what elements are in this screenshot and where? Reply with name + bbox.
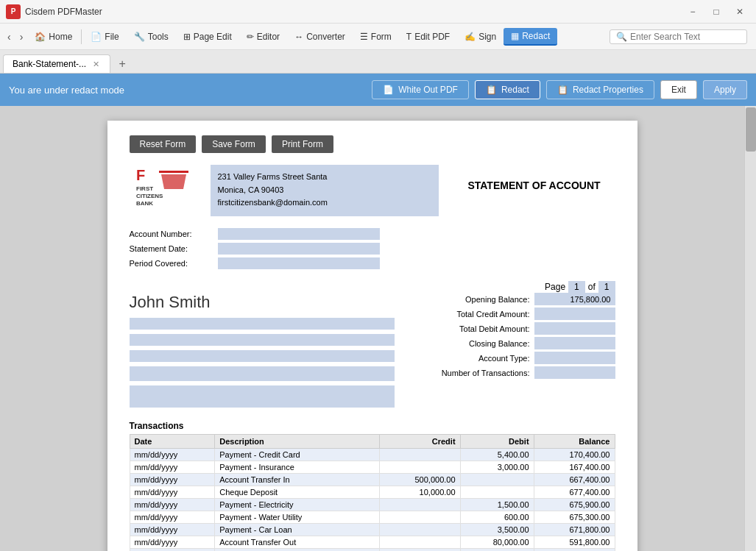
cell-desc: Cheque Deposit bbox=[215, 486, 379, 499]
account-type-value[interactable] bbox=[534, 352, 615, 364]
title-bar: P Cisdem PDFMaster − □ ✕ bbox=[0, 0, 756, 24]
account-number-input[interactable] bbox=[218, 228, 380, 240]
cell-balance: 671,800.00 bbox=[534, 524, 615, 536]
menu-page-edit[interactable]: ⊞ Page Edit bbox=[176, 29, 239, 45]
back-button[interactable]: ‹ bbox=[3, 28, 15, 46]
redact-field-1[interactable] bbox=[130, 318, 395, 330]
total-pages: 1 bbox=[598, 281, 615, 293]
num-transactions-row: Number of Transactions: bbox=[409, 366, 615, 379]
redact-field-2[interactable] bbox=[130, 334, 395, 346]
svg-marker-5 bbox=[159, 171, 188, 173]
cell-balance: 677,400.00 bbox=[534, 486, 615, 499]
table-row: mm/dd/yyyyPayment - Car Loan3,500.00671,… bbox=[130, 524, 615, 536]
search-icon: 🔍 bbox=[616, 32, 627, 42]
maximize-button[interactable]: □ bbox=[706, 4, 727, 19]
tab-label: Bank-Statement-... bbox=[13, 59, 86, 69]
period-covered-input[interactable] bbox=[218, 257, 380, 269]
page-number: 1 bbox=[568, 281, 585, 293]
opening-balance-row: Opening Balance: 175,800.00 bbox=[409, 293, 615, 305]
table-row: mm/dd/yyyyPayment - Water Utility600.006… bbox=[130, 511, 615, 524]
total-debit-label: Total Debit Amount: bbox=[409, 324, 534, 333]
account-type-label: Account Type: bbox=[409, 354, 534, 363]
menu-edit-pdf[interactable]: T Edit PDF bbox=[399, 29, 457, 45]
properties-icon: 📋 bbox=[557, 85, 568, 95]
menu-form[interactable]: ☰ Form bbox=[353, 29, 399, 45]
bank-logo: F FIRST CITIZENS BANK bbox=[130, 165, 196, 216]
table-row: mm/dd/yyyyPayment - Electricity1,500.006… bbox=[130, 499, 615, 511]
menu-home[interactable]: 🏠 Home bbox=[27, 29, 80, 45]
redact-field-5[interactable] bbox=[130, 385, 395, 408]
closing-balance-value[interactable] bbox=[534, 337, 615, 349]
total-credit-row: Total Credit Amount: bbox=[409, 308, 615, 320]
cell-date: mm/dd/yyyy bbox=[130, 461, 215, 474]
menu-file[interactable]: 📄 File bbox=[83, 29, 126, 45]
tab-close-button[interactable]: ✕ bbox=[91, 59, 101, 69]
num-transactions-label: Number of Transactions: bbox=[409, 369, 534, 377]
redact-properties-button[interactable]: 📋 Redact Properties bbox=[546, 80, 654, 99]
scroll-track[interactable] bbox=[744, 106, 756, 551]
cell-debit: 600.00 bbox=[460, 511, 534, 524]
cell-credit bbox=[379, 499, 460, 511]
page-indicator: Page 1 of 1 bbox=[130, 281, 615, 293]
menu-editor[interactable]: ✏ Editor bbox=[239, 29, 287, 45]
col-description: Description bbox=[215, 435, 379, 449]
cell-date: mm/dd/yyyy bbox=[130, 524, 215, 536]
cell-credit bbox=[379, 461, 460, 474]
forward-button[interactable]: › bbox=[15, 28, 28, 46]
pdf-viewer[interactable]: Reset Form Save Form Print Form F FIRST … bbox=[0, 106, 744, 551]
pdf-page: Reset Form Save Form Print Form F FIRST … bbox=[107, 121, 637, 551]
redact-mode-label: You are under redact mode bbox=[9, 85, 366, 96]
cell-desc: Payment - Car Loan bbox=[215, 524, 379, 536]
tab-bar: Bank-Statement-... ✕ + bbox=[0, 50, 756, 74]
account-fields: Account Number: Statement Date: Period C… bbox=[130, 228, 615, 269]
reset-form-button[interactable]: Reset Form bbox=[130, 135, 197, 153]
left-column: John Smith bbox=[130, 293, 395, 412]
opening-balance-label: Opening Balance: bbox=[409, 295, 534, 304]
statement-date-input[interactable] bbox=[218, 243, 380, 255]
cell-date: mm/dd/yyyy bbox=[130, 511, 215, 524]
main-content: Reset Form Save Form Print Form F FIRST … bbox=[0, 106, 756, 551]
cell-date bbox=[130, 549, 215, 552]
total-debit-value[interactable] bbox=[534, 322, 615, 335]
close-button[interactable]: ✕ bbox=[729, 4, 750, 19]
bank-header: F FIRST CITIZENS BANK 231 Valley Farms S… bbox=[130, 165, 615, 216]
cell-credit: 500,000.00 bbox=[379, 474, 460, 486]
tab-bank-statement[interactable]: Bank-Statement-... ✕ bbox=[3, 54, 110, 73]
menu-converter[interactable]: ↔ Converter bbox=[287, 29, 353, 45]
menu-tools[interactable]: 🔧 Tools bbox=[127, 29, 176, 45]
apply-button[interactable]: Apply bbox=[703, 80, 747, 99]
form-icon: ☰ bbox=[360, 32, 368, 42]
cell-desc: --- End of Transactions --- bbox=[215, 549, 379, 552]
redact-toolbar: You are under redact mode 📄 White Out PD… bbox=[0, 74, 756, 106]
table-row: mm/dd/yyyyPayment - Credit Card5,400.001… bbox=[130, 449, 615, 461]
exit-button[interactable]: Exit bbox=[660, 80, 697, 99]
bank-logo-svg: F FIRST CITIZENS BANK bbox=[133, 167, 192, 215]
minimize-button[interactable]: − bbox=[682, 4, 703, 19]
redact-field-4[interactable] bbox=[130, 366, 395, 381]
account-number-label: Account Number: bbox=[130, 230, 218, 238]
num-transactions-value[interactable] bbox=[534, 366, 615, 379]
search-input[interactable] bbox=[630, 32, 741, 42]
redact-field-3[interactable] bbox=[130, 350, 395, 362]
opening-balance-value[interactable]: 175,800.00 bbox=[534, 293, 615, 305]
scroll-thumb[interactable] bbox=[746, 107, 756, 152]
total-credit-value[interactable] bbox=[534, 308, 615, 320]
transactions-label: Transactions bbox=[130, 421, 615, 431]
save-form-button[interactable]: Save Form bbox=[202, 135, 266, 153]
closing-balance-label: Closing Balance: bbox=[409, 339, 534, 348]
cell-balance: 591,800.00 bbox=[534, 549, 615, 552]
menu-redact[interactable]: ▦ Redact bbox=[504, 28, 557, 46]
redact-toolbar-icon: 📋 bbox=[486, 85, 497, 95]
cell-desc: Account Transfer In bbox=[215, 474, 379, 486]
period-covered-label: Period Covered: bbox=[130, 259, 218, 268]
total-credit-label: Total Credit Amount: bbox=[409, 310, 534, 319]
bank-address-line2: Monica, CA 90403 bbox=[218, 184, 431, 197]
search-box[interactable]: 🔍 bbox=[610, 29, 747, 44]
white-out-button[interactable]: 📄 White Out PDF bbox=[372, 80, 469, 99]
menu-sign[interactable]: ✍ Sign bbox=[457, 29, 504, 45]
svg-text:FIRST: FIRST bbox=[136, 185, 153, 192]
tab-add-button[interactable]: + bbox=[113, 55, 131, 73]
redact-button[interactable]: 📋 Redact bbox=[475, 80, 540, 99]
print-form-button[interactable]: Print Form bbox=[272, 135, 333, 153]
cell-debit: 80,000.00 bbox=[460, 536, 534, 549]
